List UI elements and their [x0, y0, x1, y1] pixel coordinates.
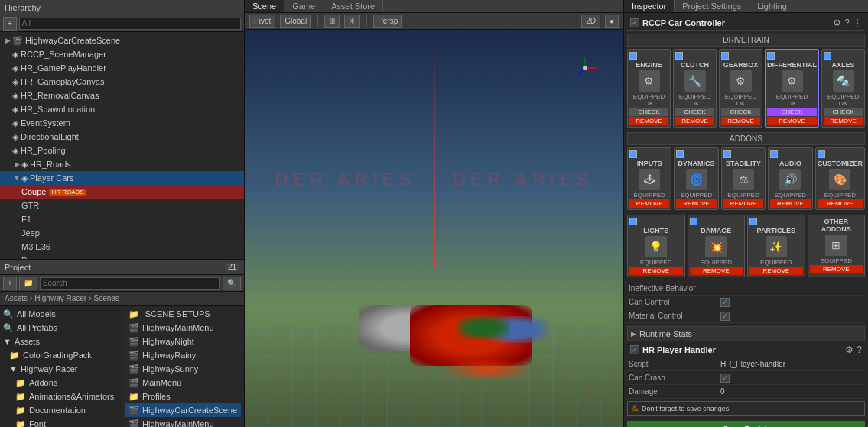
component-help-btn[interactable]: ? [844, 18, 850, 28]
tab-scene[interactable]: Scene [245, 0, 284, 12]
folder-button[interactable]: 📁 [19, 277, 37, 290]
save-prefab-button[interactable]: Save Prefab [627, 421, 865, 427]
main-sunny[interactable]: 🎬HighwaySunny [125, 362, 241, 376]
handler-settings-btn[interactable]: ⚙ [845, 345, 853, 355]
tab-inspector[interactable]: Inspector [624, 0, 675, 12]
stability-checkbox[interactable] [723, 150, 731, 158]
component-more-btn[interactable]: ⋮ [853, 18, 862, 28]
cancrash-checkbox[interactable] [720, 374, 730, 383]
tree-item-jeep[interactable]: Jeep [0, 226, 244, 240]
stability-remove-btn[interactable]: REMOVE [723, 199, 763, 208]
differential-checkbox[interactable] [767, 52, 775, 60]
tree-item-m3e36[interactable]: M3 E36 [0, 240, 244, 254]
clutch-remove-btn[interactable]: REMOVE [675, 117, 714, 125]
sidebar-colorgrading[interactable]: 📁ColorGradingPack [0, 348, 122, 362]
engine-remove-btn[interactable]: REMOVE [629, 117, 668, 125]
sidebar-animations[interactable]: 📁Animations&Animators [0, 390, 122, 403]
particles-checkbox[interactable] [749, 218, 757, 225]
tree-item-rccp[interactable]: ◈ RCCP_SceneManager [0, 47, 244, 61]
search-button[interactable]: 🔍 [223, 277, 241, 290]
cancontrol-checkbox[interactable] [720, 298, 730, 307]
gizmos-button[interactable]: ⊞ [324, 15, 340, 28]
create-asset-button[interactable]: + [3, 277, 17, 290]
main-mainmenu2[interactable]: 🎬MainMenu [125, 376, 241, 390]
gearbox-check-btn[interactable]: CHECK [721, 108, 760, 116]
materialcontrol-checkbox[interactable] [720, 312, 730, 321]
tree-item-gameplay[interactable]: ◈ HR_GamePlayHandler [0, 61, 244, 75]
tree-item-gtr[interactable]: GTR [0, 199, 244, 212]
main-night[interactable]: 🎬HighwayNight [125, 335, 241, 348]
project-search[interactable] [40, 277, 220, 290]
sidebar-addons[interactable]: 📁Addons [0, 376, 122, 390]
sidebar-highwayracer[interactable]: ▼Highway Racer [0, 362, 122, 376]
tree-item-highwaycarcreatescene[interactable]: ▶ 🎬 HighwayCarCreateScene [0, 34, 244, 47]
component-settings-btn[interactable]: ⚙ [833, 18, 841, 28]
global-button[interactable]: Global [280, 15, 311, 28]
engine-check-btn[interactable]: CHECK [629, 108, 668, 116]
sidebar-docs[interactable]: 📁Documentation [0, 403, 122, 417]
breadcrumb-highwayracer[interactable]: Highway Racer [34, 294, 86, 302]
tab-lighting[interactable]: Lighting [749, 0, 795, 12]
tree-item-pickup[interactable]: Pickup [0, 254, 244, 259]
tree-item-f1[interactable]: F1 [0, 212, 244, 226]
tree-item-eventsystem[interactable]: ◈ EventSystem [0, 116, 244, 130]
other-addons-remove-btn[interactable]: REMOVE [810, 265, 863, 273]
2d-button[interactable]: 2D [581, 15, 600, 28]
audio-checkbox[interactable] [770, 150, 778, 158]
lights-checkbox[interactable] [629, 218, 637, 225]
create-button[interactable]: + [3, 17, 17, 31]
damage-remove-btn[interactable]: REMOVE [690, 267, 743, 275]
sidebar-allprefabs[interactable]: 🔍All Prefabs [0, 321, 122, 335]
tab-game[interactable]: Game [284, 0, 323, 12]
hierarchy-search[interactable] [19, 18, 241, 30]
tree-item-canvas[interactable]: ◈ HR_GameplayCanvas [0, 75, 244, 89]
tree-item-pooling[interactable]: ◈ HR_Pooling [0, 144, 244, 157]
differential-check-btn[interactable]: CHECK [767, 108, 817, 116]
sidebar-allmodels[interactable]: 🔍All Models [0, 307, 122, 321]
main-mainmenu3[interactable]: 🎬HighwayMainMenu [125, 417, 241, 427]
main-mainmenu[interactable]: 🎬HighwayMainMenu [125, 321, 241, 335]
breadcrumb-scenes[interactable]: Scenes [94, 294, 119, 302]
lights-remove-btn[interactable]: REMOVE [629, 267, 683, 275]
tree-item-coupe[interactable]: Coupe HR ROADS [0, 185, 244, 199]
tree-item-playercars[interactable]: ▼ ◈ Player Cars [0, 171, 244, 185]
gearbox-checkbox[interactable] [721, 52, 729, 60]
dynamics-checkbox[interactable] [676, 150, 684, 158]
clutch-checkbox[interactable] [675, 52, 683, 60]
axles-check-btn[interactable]: CHECK [824, 108, 863, 116]
tree-item-spawn[interactable]: ◈ HR_SpawnLocation [0, 102, 244, 116]
tab-project-settings[interactable]: Project Settings [675, 0, 749, 12]
fxaa-button[interactable]: ● [605, 15, 619, 28]
inputs-checkbox[interactable] [629, 150, 637, 158]
tree-item-removal[interactable]: ◈ HR_RemovalCanvas [0, 89, 244, 102]
differential-remove-btn[interactable]: REMOVE [767, 117, 817, 125]
sidebar-font[interactable]: 📁Font [0, 417, 122, 427]
particles-remove-btn[interactable]: REMOVE [749, 267, 803, 275]
customizer-remove-btn[interactable]: REMOVE [818, 199, 863, 208]
pivot-button[interactable]: Pivot [249, 15, 275, 28]
component-enabled-checkbox[interactable] [630, 18, 639, 27]
runtime-stats-header[interactable]: ▶ Runtime Stats [627, 326, 865, 341]
inputs-remove-btn[interactable]: REMOVE [629, 199, 669, 208]
sidebar-assets[interactable]: ▼Assets [0, 335, 122, 348]
main-profiles[interactable]: 📁Profiles [125, 390, 241, 403]
tree-item-light[interactable]: ◈ DirectionalLight [0, 130, 244, 144]
scene-viewport[interactable]: DER ARIES DER ARIES [245, 30, 623, 427]
main-scene-setups[interactable]: 📁-SCENE SETUPS [125, 307, 241, 321]
persp-button[interactable]: Persp [373, 15, 402, 28]
axles-remove-btn[interactable]: REMOVE [824, 117, 863, 125]
axles-checkbox[interactable] [824, 52, 831, 60]
breadcrumb-assets[interactable]: Assets [5, 294, 28, 302]
handler-enabled-checkbox[interactable] [630, 345, 639, 354]
dynamics-remove-btn[interactable]: REMOVE [676, 199, 716, 208]
main-createscene[interactable]: 🎬HighwayCarCreateScene [125, 403, 241, 417]
audio-remove-btn[interactable]: REMOVE [770, 199, 810, 208]
main-rainy[interactable]: 🎬HighwayRainy [125, 348, 241, 362]
engine-checkbox[interactable] [629, 52, 637, 60]
clutch-check-btn[interactable]: CHECK [675, 108, 714, 116]
tree-item-roads[interactable]: ▶ ◈ HR_Roads [0, 157, 244, 171]
gearbox-remove-btn[interactable]: REMOVE [721, 117, 760, 125]
customizer-checkbox[interactable] [818, 150, 825, 158]
damage-checkbox[interactable] [690, 218, 697, 225]
tab-asset-store[interactable]: Asset Store [323, 0, 383, 12]
